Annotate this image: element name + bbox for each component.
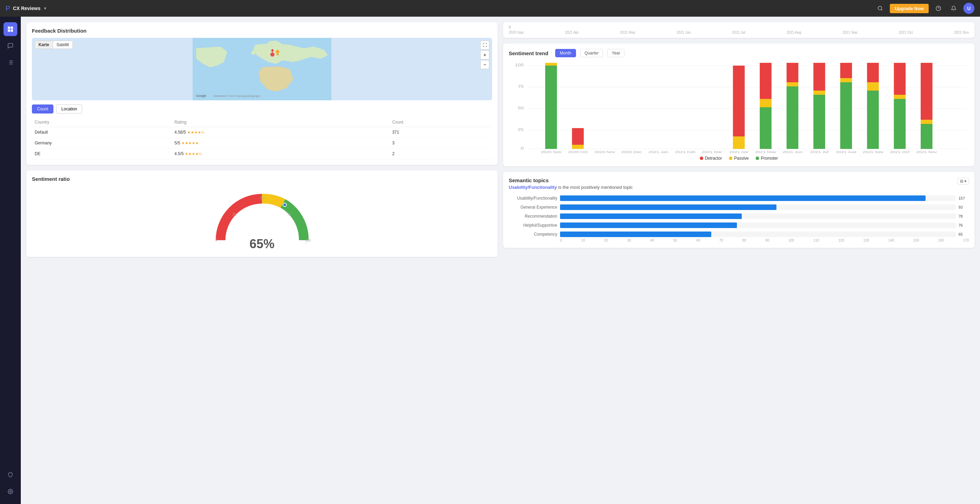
cell-country: Default xyxy=(32,127,172,138)
cell-rating: 5/5 ★★★★★ xyxy=(172,138,390,148)
bar-track xyxy=(560,214,956,219)
bar-passive xyxy=(921,120,932,124)
x-axis-label: 2021 Mar xyxy=(702,150,722,153)
timeline-label: 2021 Aug xyxy=(786,30,801,34)
cell-count: 2 xyxy=(390,148,492,159)
bar-detractor xyxy=(786,63,798,82)
cell-rating: 4.58/5 ★★★★½ xyxy=(172,127,390,138)
bar-promoter xyxy=(813,95,825,149)
bar-value: 76 xyxy=(958,223,969,227)
bar-fill xyxy=(560,204,776,210)
filter-location-button[interactable]: Location xyxy=(56,104,82,113)
map-container: Karte Satellit xyxy=(32,38,492,100)
svg-text:75: 75 xyxy=(287,213,291,217)
axis-tick: 110 xyxy=(813,238,819,242)
notification-button[interactable] xyxy=(948,3,959,14)
tab-quarter[interactable]: Quarter xyxy=(580,49,603,57)
axis-tick: 10 xyxy=(581,238,585,242)
axis-tick: 60 xyxy=(696,238,700,242)
svg-text:0: 0 xyxy=(219,242,221,244)
semantic-bar-row: Recommendation 78 xyxy=(509,214,969,219)
bar-detractor xyxy=(840,63,852,78)
map-tab-karte[interactable]: Karte xyxy=(35,41,53,49)
legend-passive-dot xyxy=(729,156,732,160)
col-country: Country xyxy=(32,118,172,127)
timeline-label: 2021 Apr xyxy=(565,30,579,34)
bar-promoter xyxy=(786,86,798,149)
sentiment-ratio-card: Sentiment ratio 0 25 50 xyxy=(26,171,498,257)
cell-country: Germany xyxy=(32,138,172,148)
upgrade-button[interactable]: Upgrade Now xyxy=(890,4,929,13)
axis-tick: 70 xyxy=(719,238,723,242)
timeline-label: 2021 Jun xyxy=(676,30,691,34)
tab-year[interactable]: Year xyxy=(607,49,625,57)
stars: ★★★★★ xyxy=(181,141,199,145)
svg-point-20 xyxy=(283,203,286,207)
zoom-out-button[interactable]: − xyxy=(480,60,489,69)
semantic-subtitle: Usability/Functionality is the most posi… xyxy=(509,185,969,190)
axis-tick: 160 xyxy=(938,238,944,242)
search-button[interactable] xyxy=(875,3,886,14)
sidebar-item-messages[interactable] xyxy=(3,39,18,53)
bar-label: Competency xyxy=(509,232,557,237)
sidebar-item-security[interactable] xyxy=(3,468,18,482)
trend-header: Sentiment trend Month Quarter Year xyxy=(509,49,969,57)
fullscreen-button[interactable]: ⛶ xyxy=(480,41,489,49)
timeline-card: 0 2020 Sep2021 Apr2021 May2021 Jun2021 J… xyxy=(503,22,974,38)
bar-track xyxy=(560,195,956,201)
svg-text:10: 10 xyxy=(304,242,308,244)
table-row: DE 4.5/5 ★★★★½ 2 xyxy=(32,148,492,159)
user-avatar[interactable]: U xyxy=(963,3,974,14)
sidebar-item-settings[interactable] xyxy=(3,485,18,498)
chart-type-button[interactable]: ⊞ ▾ xyxy=(958,178,969,185)
svg-text:25: 25 xyxy=(232,213,237,217)
legend-detractor-dot xyxy=(700,156,703,160)
bar-fill xyxy=(560,222,737,228)
x-axis-label: 2020 Sep xyxy=(541,150,562,153)
svg-line-1 xyxy=(881,10,882,10)
help-button[interactable] xyxy=(933,3,944,14)
semantic-bar-chart: Usability/Functionality 157 General Expe… xyxy=(509,195,969,237)
x-axis-label: 2021 Jun xyxy=(783,150,802,153)
axis-tick: 170 xyxy=(963,238,969,242)
svg-rect-7 xyxy=(11,30,13,32)
x-axis-label: 2021 May xyxy=(755,150,776,153)
sidebar-item-list[interactable] xyxy=(3,56,18,69)
bar-passive xyxy=(786,82,798,86)
axis-tick: 100 xyxy=(789,238,794,242)
timeline-label: 2021 Oct xyxy=(899,30,913,34)
axis-tick: 40 xyxy=(650,238,654,242)
data-table: Country Rating Count Default 4.58/5 ★★★★… xyxy=(32,118,492,159)
tab-month[interactable]: Month xyxy=(555,49,576,57)
bar-label: Recommendation xyxy=(509,214,557,219)
bar-track xyxy=(560,204,956,210)
timeline-label: 2021 Nov xyxy=(954,30,969,34)
svg-text:75: 75 xyxy=(518,85,523,89)
zoom-in-button[interactable]: + xyxy=(480,50,489,59)
svg-rect-6 xyxy=(8,30,10,32)
bar-detractor xyxy=(921,63,932,120)
semantic-bar-row: Helpful/Supportive 76 xyxy=(509,222,969,228)
semantic-header: Semantic topics ⊞ ▾ xyxy=(509,177,969,185)
map-tab-satellit[interactable]: Satellit xyxy=(53,41,73,49)
filter-buttons: Count Location xyxy=(32,104,492,113)
bar-axis: 0102030405060708090100110120130140150160… xyxy=(509,238,969,242)
bar-detractor xyxy=(760,63,772,99)
svg-text:25: 25 xyxy=(518,128,523,132)
brand-dropdown-icon[interactable]: ▼ xyxy=(43,6,47,10)
col-rating: Rating xyxy=(172,118,390,127)
table-row: Default 4.58/5 ★★★★½ 371 xyxy=(32,127,492,138)
legend-detractor-label: Detractor xyxy=(705,156,722,161)
sidebar-item-dashboard[interactable] xyxy=(3,22,18,36)
semantic-title: Semantic topics xyxy=(509,177,549,183)
bar-fill xyxy=(560,214,742,219)
svg-text:0: 0 xyxy=(215,238,218,242)
legend-detractor: Detractor xyxy=(700,156,722,161)
filter-count-button[interactable]: Count xyxy=(32,104,53,113)
axis-tick: 90 xyxy=(765,238,769,242)
svg-point-14 xyxy=(10,491,11,492)
semantic-highlight: Usability/Functionality xyxy=(509,185,557,190)
legend-passive-label: Passive xyxy=(734,156,749,161)
x-axis-label: 2020 Oct xyxy=(568,150,588,153)
bar-track xyxy=(560,222,956,228)
